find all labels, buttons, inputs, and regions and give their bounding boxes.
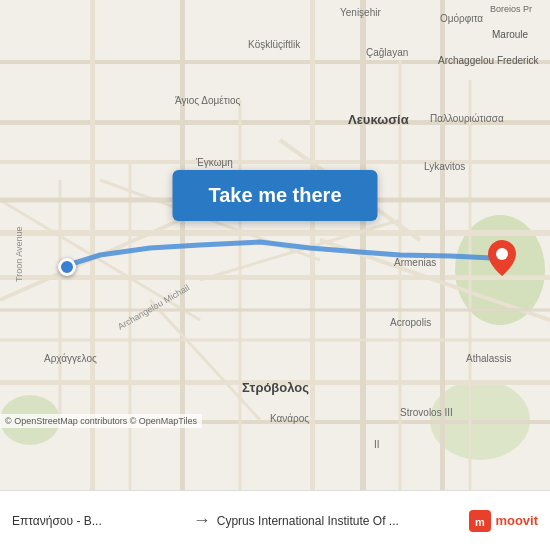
to-location: Cyprus International Institute Of ... [217,514,462,528]
origin-marker [58,258,76,276]
app: Yenişehir Ομόρφιτα Maroule Boreios Pr Kö… [0,0,550,550]
from-location: Επτανήσου - Β... [12,514,187,528]
svg-text:Αρχάγγελος: Αρχάγγελος [44,353,97,364]
svg-rect-4 [0,230,550,236]
take-me-there-button[interactable]: Take me there [172,170,377,221]
svg-rect-5 [0,275,550,280]
svg-point-54 [496,248,508,260]
svg-rect-6 [0,120,550,125]
moovit-logo: m moovit [469,510,538,532]
svg-rect-8 [0,60,550,64]
svg-line-16 [0,220,180,300]
svg-text:Köşklüçiftlik: Köşklüçiftlik [248,39,301,50]
svg-text:Strovolos III: Strovolos III [400,407,453,418]
bottom-bar: Επτανήσου - Β... → Cyprus International … [0,490,550,550]
svg-text:Boreios Pr: Boreios Pr [490,4,532,14]
map-container: Yenişehir Ομόρφιτα Maroule Boreios Pr Kö… [0,0,550,490]
svg-rect-15 [440,0,445,490]
svg-text:Acropolis: Acropolis [390,317,431,328]
svg-text:Archaggelou Frederick: Archaggelou Frederick [438,55,540,66]
svg-text:Ομόρφιτα: Ομόρφιτα [440,13,483,24]
svg-rect-13 [310,0,315,490]
svg-point-3 [430,380,530,460]
svg-text:Troon Avenue: Troon Avenue [14,226,24,282]
svg-text:Yenişehir: Yenişehir [340,7,381,18]
svg-line-17 [0,200,200,320]
svg-text:Maroule: Maroule [492,29,529,40]
arrow-icon: → [187,510,217,531]
svg-text:Armenias: Armenias [394,257,436,268]
to-label: Cyprus International Institute Of ... [217,514,399,528]
svg-text:Archangelou Michail: Archangelou Michail [116,283,191,332]
svg-text:Çağlayan: Çağlayan [366,47,408,58]
svg-line-19 [200,220,400,280]
svg-text:Άγιος Δομέτιος: Άγιος Δομέτιος [175,95,241,106]
destination-marker [488,240,516,280]
svg-text:Λευκωσία: Λευκωσία [348,112,409,127]
svg-text:Lykavitos: Lykavitos [424,161,465,172]
svg-text:Athalassis: Athalassis [466,353,512,364]
map-attribution: © OpenStreetMap contributors © OpenMapTi… [0,414,202,428]
svg-line-20 [150,300,260,420]
svg-text:m: m [475,516,485,528]
svg-text:Έγκωμη: Έγκωμη [195,157,233,168]
svg-text:Παλλουριώτισσα: Παλλουριώτισσα [430,113,504,124]
moovit-logo-text: moovit [495,513,538,528]
svg-rect-7 [0,160,550,164]
from-label: Επτανήσου - Β... [12,514,102,528]
svg-text:II: II [374,439,380,450]
svg-text:Στρόβολος: Στρόβολος [242,380,309,395]
svg-text:Κανάρος: Κανάρος [270,413,309,424]
svg-rect-9 [0,380,550,385]
svg-rect-14 [360,0,366,490]
